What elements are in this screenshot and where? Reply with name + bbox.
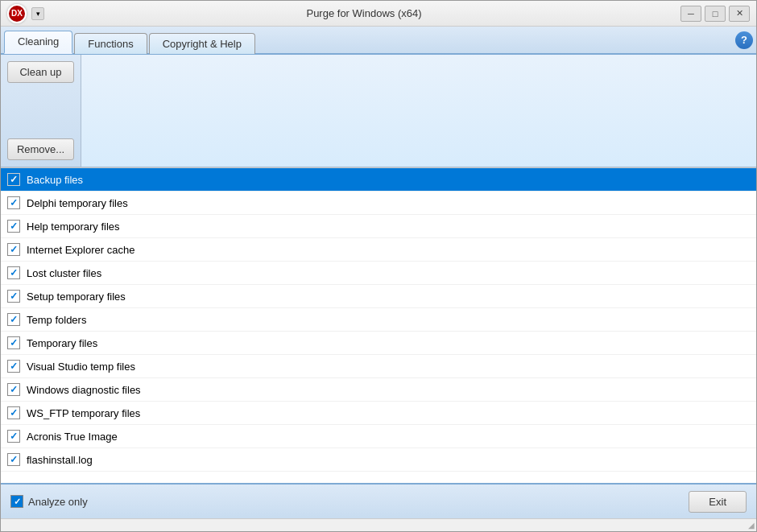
item-label: Windows diagnostic files	[27, 384, 141, 396]
item-label: Backup files	[27, 174, 83, 186]
item-label: Setup temporary files	[27, 291, 126, 303]
tab-bar: Cleaning Functions Copyright & Help ?	[1, 27, 756, 55]
list-item[interactable]: ✓ Setup temporary files	[1, 285, 756, 308]
list-item[interactable]: ✓ Delphi temporary files	[1, 192, 756, 215]
item-checkbox[interactable]: ✓	[7, 336, 20, 349]
main-window: DX ▾ Purge for Windows (x64) ─ □ ✕ Clean…	[0, 0, 757, 532]
list-item[interactable]: ✓ WS_FTP temporary files	[1, 402, 756, 425]
list-item[interactable]: ✓ Visual Studio temp files	[1, 355, 756, 378]
item-checkbox[interactable]: ✓	[7, 360, 20, 373]
close-button[interactable]: ✕	[729, 6, 750, 22]
item-checkbox[interactable]: ✓	[7, 220, 20, 233]
item-label: Temp folders	[27, 314, 86, 326]
title-bar: DX ▾ Purge for Windows (x64) ─ □ ✕	[1, 1, 756, 27]
resize-handle[interactable]: ◢	[1, 518, 756, 531]
list-item[interactable]: ✓ Temp folders	[1, 308, 756, 332]
list-item[interactable]: ✓ Temporary files	[1, 332, 756, 355]
tab-copyright-help[interactable]: Copyright & Help	[149, 33, 255, 54]
item-checkbox[interactable]: ✓	[7, 453, 20, 466]
tab-functions[interactable]: Functions	[74, 33, 147, 54]
item-label: Delphi temporary files	[27, 197, 128, 209]
window-controls: ─ □ ✕	[680, 6, 750, 22]
maximize-button[interactable]: □	[705, 6, 726, 22]
item-checkbox[interactable]: ✓	[7, 430, 20, 443]
app-logo: DX	[7, 4, 27, 23]
list-section: ✓ Backup files ✓ Delphi temporary files …	[1, 167, 756, 483]
list-item[interactable]: ✓ Windows diagnostic files	[1, 378, 756, 402]
analyze-only-checkbox[interactable]: ✓ Analyze only	[10, 495, 88, 508]
resize-icon: ◢	[748, 521, 755, 530]
list-item[interactable]: ✓ Lost cluster files	[1, 262, 756, 285]
list-item[interactable]: ✓ Internet Explorer cache	[1, 238, 756, 262]
side-buttons: Clean up Remove...	[1, 55, 81, 167]
main-content: Clean up Remove... ✓ Backup files ✓ De	[1, 55, 756, 518]
tab-cleaning[interactable]: Cleaning	[4, 31, 72, 54]
item-checkbox[interactable]: ✓	[7, 243, 20, 256]
bottom-bar: ✓ Analyze only Exit	[1, 483, 756, 518]
list-item[interactable]: ✓ Acronis True Image	[1, 425, 756, 448]
item-label: flashinstall.log	[27, 454, 93, 466]
file-list[interactable]: ✓ Backup files ✓ Delphi temporary files …	[1, 168, 756, 483]
quick-access[interactable]: ▾	[31, 7, 44, 20]
item-label: WS_FTP temporary files	[27, 407, 140, 419]
cleanup-button[interactable]: Clean up	[7, 61, 74, 83]
help-button[interactable]: ?	[735, 31, 753, 49]
content-preview	[81, 55, 756, 167]
item-checkbox[interactable]: ✓	[7, 313, 20, 326]
window-title: Purge for Windows (x64)	[48, 7, 680, 19]
list-item[interactable]: ✓ flashinstall.log	[1, 448, 756, 472]
item-checkbox[interactable]: ✓	[7, 383, 20, 396]
analyze-checkbox-box[interactable]: ✓	[10, 495, 23, 508]
list-item[interactable]: ✓ Backup files	[1, 168, 756, 192]
remove-button[interactable]: Remove...	[7, 138, 74, 160]
item-label: Visual Studio temp files	[27, 361, 135, 373]
item-label: Temporary files	[27, 337, 97, 349]
minimize-button[interactable]: ─	[680, 6, 701, 22]
item-label: Help temporary files	[27, 221, 120, 233]
analyze-only-label: Analyze only	[28, 496, 88, 508]
item-checkbox[interactable]: ✓	[7, 290, 20, 303]
item-checkbox[interactable]: ✓	[7, 173, 20, 186]
item-label: Lost cluster files	[27, 267, 101, 279]
exit-button[interactable]: Exit	[689, 491, 747, 513]
item-checkbox[interactable]: ✓	[7, 266, 20, 279]
top-section: Clean up Remove...	[1, 55, 756, 167]
item-checkbox[interactable]: ✓	[7, 406, 20, 419]
list-item[interactable]: ✓ Help temporary files	[1, 215, 756, 238]
item-label: Acronis True Image	[27, 431, 118, 443]
item-checkbox[interactable]: ✓	[7, 196, 20, 209]
item-label: Internet Explorer cache	[27, 244, 134, 256]
